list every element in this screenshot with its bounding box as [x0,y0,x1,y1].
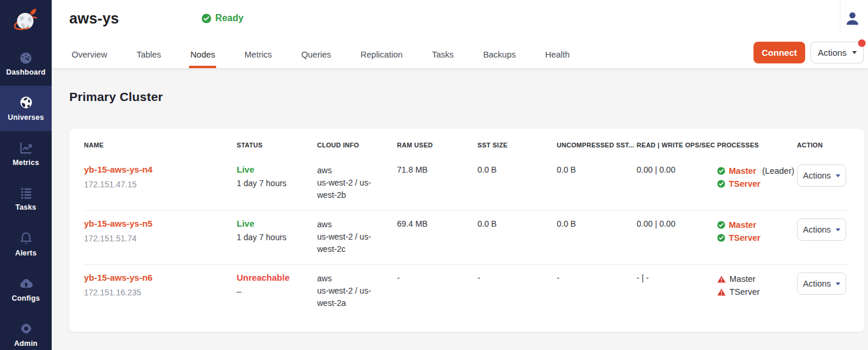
node-actions-button[interactable]: Actions [797,164,846,187]
tab-queries[interactable]: Queries [300,44,332,68]
ram-used-cell: - [397,272,477,282]
node-ip: 172.151.16.235 [84,288,237,297]
check-circle-icon [717,180,725,188]
universes-globe-icon [19,95,33,110]
node-actions-button[interactable]: Actions [797,218,846,241]
nodes-table-card: NAME STATUS CLOUD INFO RAM USED SST SIZE… [69,129,864,332]
tab-nodes[interactable]: Nodes [189,44,216,68]
uncompressed-sst-cell: 0.0 B [557,164,637,174]
cloud-provider: aws [317,164,397,177]
connect-button[interactable]: Connect [753,42,805,63]
table-row: yb-15-aws-ys-n4 172.151.47.15 Live 1 day… [84,157,850,210]
cloud-provider: aws [317,272,397,285]
cloud-zone: us-west-2 / us-west-2b [317,177,383,201]
user-profile-button[interactable] [844,10,862,28]
sidebar-item-alerts[interactable]: Alerts [0,221,52,267]
table-row: yb-15-aws-ys-n6 172.151.16.235 Unreachab… [84,264,850,318]
sidebar: Dashboard Universes Metrics [0,0,52,350]
sst-size-cell: 0.0 B [477,164,557,174]
node-status: Live [237,164,317,174]
content-area: Primary Cluster NAME STATUS CLOUD INFO R… [52,69,868,350]
table-row: yb-15-aws-ys-n5 172.151.51.74 Live 1 day… [84,210,850,264]
processes-cell: Master (Leader) TServer [717,164,797,190]
alerts-bell-icon [19,231,33,245]
col-header-name: NAME [84,142,237,149]
universe-status-badge: Ready [201,13,244,23]
process-master-link[interactable]: Master [729,218,756,231]
tab-health[interactable]: Health [544,44,571,68]
check-circle-icon [717,234,725,242]
universe-tabs: Overview Tables Nodes Metrics Queries Re… [70,44,571,68]
action-cell: Actions [797,272,850,295]
check-circle-icon [201,14,211,23]
uncompressed-sst-cell: - [557,272,637,282]
node-status: Unreachable [237,272,317,282]
action-cell: Actions [797,164,850,187]
sidebar-item-label: Configs [12,294,40,302]
sidebar-item-label: Alerts [15,249,37,257]
tab-tables[interactable]: Tables [135,44,162,68]
table-header-row: NAME STATUS CLOUD INFO RAM USED SST SIZE… [84,129,850,157]
configs-cloud-icon [18,277,34,291]
tab-metrics[interactable]: Metrics [243,44,273,68]
node-name-link[interactable]: yb-15-aws-ys-n4 [84,164,153,174]
yugabyte-logo[interactable] [0,0,52,41]
node-actions-label: Actions [803,225,831,234]
read-write-ops-cell: - | - [637,272,717,282]
process-tserver-link[interactable]: TServer [729,177,761,190]
node-actions-button[interactable]: Actions [797,272,846,295]
universe-header: aws-ys Ready Overview Tables Nodes Metri… [52,0,868,69]
tab-tasks[interactable]: Tasks [431,44,455,68]
process-tserver-label: TServer [729,285,760,298]
tasks-list-icon [19,186,33,200]
process-tserver-link[interactable]: TServer [729,231,761,244]
sidebar-item-metrics[interactable]: Metrics [0,131,52,176]
read-write-ops-cell: 0.00 | 0.00 [637,218,717,228]
universe-actions-button[interactable]: Actions [810,42,864,63]
cloud-info-cell: aws us-west-2 / us-west-2b [317,164,397,201]
sidebar-item-label: Admin [14,339,38,348]
col-header-status: STATUS [237,142,317,149]
col-header-sst-size: SST SIZE [477,142,557,149]
col-header-ram-used: RAM USED [397,142,477,149]
sst-size-cell: 0.0 B [477,218,557,228]
col-header-processes: PROCESSES [717,142,797,149]
name-cell: yb-15-aws-ys-n6 172.151.16.235 [84,272,237,297]
cloud-provider: aws [317,218,397,231]
ram-used-cell: 69.4 MB [397,218,477,228]
node-uptime: – [237,287,317,296]
node-name-link[interactable]: yb-15-aws-ys-n5 [84,218,153,228]
node-uptime: 1 day 7 hours [237,233,317,242]
name-cell: yb-15-aws-ys-n4 172.151.47.15 [84,164,237,189]
col-header-cloud-info: CLOUD INFO [317,142,397,149]
node-status: Live [237,218,317,228]
process-master-link[interactable]: Master [729,164,756,177]
sidebar-item-tasks[interactable]: Tasks [0,176,52,221]
read-write-ops-cell: 0.00 | 0.00 [637,164,717,174]
check-circle-icon [717,221,725,229]
status-cell: Live 1 day 7 hours [237,164,317,188]
caret-down-icon [836,282,840,285]
tab-overview[interactable]: Overview [70,44,108,68]
sidebar-item-label: Universes [8,113,44,122]
node-name-link[interactable]: yb-15-aws-ys-n6 [84,272,153,282]
cloud-zone: us-west-2 / us-west-2a [317,285,383,309]
tab-replication[interactable]: Replication [359,44,404,68]
cloud-info-cell: aws us-west-2 / us-west-2c [317,218,397,255]
sidebar-item-universes[interactable]: Universes [0,86,52,131]
name-cell: yb-15-aws-ys-n5 172.151.51.74 [84,218,237,243]
universe-title: aws-ys [69,10,119,27]
node-actions-label: Actions [803,279,831,288]
sidebar-item-configs[interactable]: Configs [0,267,52,312]
app-screen: Dashboard Universes Metrics [0,0,868,350]
check-circle-icon [717,167,725,175]
tab-backups[interactable]: Backups [482,44,517,68]
process-master-label: Master [729,272,755,285]
processes-cell: Master TServer [717,218,797,244]
sidebar-item-dashboard[interactable]: Dashboard [0,41,52,86]
action-cell: Actions [797,218,850,241]
sidebar-item-admin[interactable]: Admin [0,312,52,350]
node-actions-label: Actions [803,171,831,180]
sidebar-item-label: Tasks [15,203,36,211]
node-ip: 172.151.51.74 [84,234,237,243]
